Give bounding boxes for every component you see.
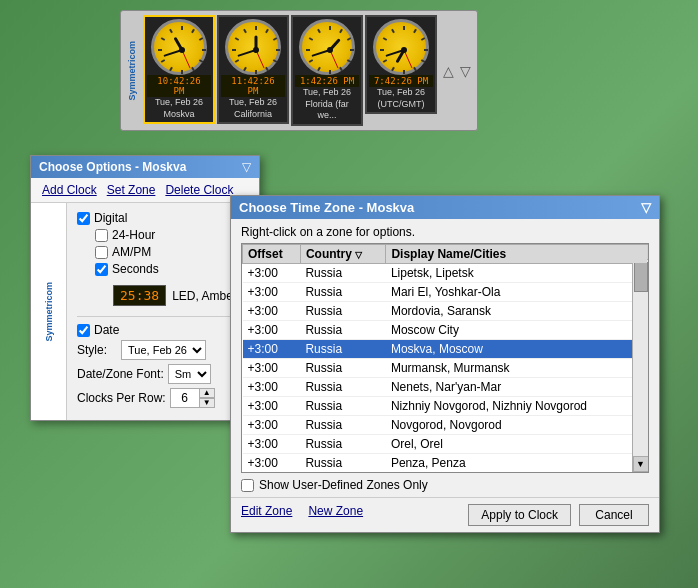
tz-scroll-thumb[interactable] <box>634 262 648 292</box>
delete-clock-menu[interactable]: Delete Clock <box>162 182 236 198</box>
cell-display: Orel, Orel <box>386 435 648 454</box>
svg-line-5 <box>192 67 194 70</box>
cell-country: Russia <box>300 321 385 340</box>
spinbox-buttons: ▲ ▼ <box>199 388 215 408</box>
rows-input[interactable] <box>171 391 199 405</box>
font-row: Date/Zone Font: Sm <box>77 364 249 384</box>
edit-zone-link[interactable]: Edit Zone <box>241 504 292 526</box>
cell-country: Russia <box>300 283 385 302</box>
cell-display: Nenets, Nar'yan-Mar <box>386 378 648 397</box>
rows-increment[interactable]: ▲ <box>199 388 215 398</box>
table-row[interactable]: +3:00 Russia Moskva, Moscow <box>243 340 648 359</box>
tz-scroll-down-button[interactable]: ▼ <box>633 456 649 472</box>
cell-offset: +3:00 <box>243 321 301 340</box>
svg-line-52 <box>421 60 424 62</box>
table-row[interactable]: +3:00 Russia Nenets, Nar'yan-Mar <box>243 378 648 397</box>
rows-decrement[interactable]: ▼ <box>199 398 215 408</box>
tz-table-body: +3:00 Russia Lipetsk, Lipetsk +3:00 Russ… <box>243 264 648 473</box>
cell-offset: +3:00 <box>243 435 301 454</box>
new-zone-link[interactable]: New Zone <box>308 504 363 526</box>
user-zones-label: Show User-Defined Zones Only <box>259 478 428 492</box>
clock-item-0[interactable]: 10:42:26 PM Tue, Feb 26Moskva <box>143 15 215 124</box>
svg-line-26 <box>235 38 238 40</box>
clock-info-1: Tue, Feb 26California <box>229 97 277 120</box>
svg-line-24 <box>235 60 238 62</box>
svg-line-11 <box>170 29 172 32</box>
options-titlebar: Choose Options - Moskva ▽ <box>31 156 259 178</box>
svg-line-17 <box>266 29 268 32</box>
svg-line-55 <box>392 67 394 70</box>
style-row: Style: Tue, Feb 26 <box>77 340 249 360</box>
table-row[interactable]: +3:00 Russia Orel, Orel <box>243 435 648 454</box>
clock-item-1[interactable]: 11:42:26 PM Tue, Feb 26California <box>217 15 289 124</box>
table-row[interactable]: +3:00 Russia Nizhniy Novgorod, Nizhniy N… <box>243 397 648 416</box>
cell-offset: +3:00 <box>243 340 301 359</box>
led-display: 25:38 <box>113 285 166 306</box>
ampm-checkbox[interactable] <box>95 246 108 259</box>
strip-scroll-up[interactable]: △ <box>443 63 454 79</box>
cell-display: Penza, Penza <box>386 454 648 473</box>
tz-titlebar: Choose Time Zone - Moskva ▽ <box>231 196 659 219</box>
svg-line-1 <box>192 29 194 32</box>
svg-line-20 <box>273 60 276 62</box>
cell-offset: +3:00 <box>243 378 301 397</box>
date-checkbox[interactable] <box>77 324 90 337</box>
font-label: Date/Zone Font: <box>77 367 164 381</box>
tz-footer: Edit Zone New Zone Apply to Clock Cancel <box>231 497 659 532</box>
clock-face-1 <box>225 19 281 75</box>
col-country[interactable]: Country ▽ <box>300 245 385 264</box>
user-zones-row: Show User-Defined Zones Only <box>231 473 659 497</box>
style-dropdown[interactable]: Tue, Feb 26 <box>121 340 206 360</box>
table-row[interactable]: +3:00 Russia Novgorod, Novgorod <box>243 416 648 435</box>
tz-close-icon[interactable]: ▽ <box>641 200 651 215</box>
rows-spinbox[interactable]: ▲ ▼ <box>170 388 215 408</box>
cell-display: Novgorod, Novgorod <box>386 416 648 435</box>
table-row[interactable]: +3:00 Russia Mari El, Yoshkar-Ola <box>243 283 648 302</box>
digital-checkbox[interactable] <box>77 212 90 225</box>
svg-point-31 <box>253 47 259 53</box>
hour24-checkbox[interactable] <box>95 229 108 242</box>
country-sort-arrow: ▽ <box>355 250 362 260</box>
cell-display: Moscow City <box>386 321 648 340</box>
set-zone-menu[interactable]: Set Zone <box>104 182 159 198</box>
font-dropdown[interactable]: Sm <box>168 364 211 384</box>
clock-strip: Symmetricom 10:42:26 PM Tue, Feb 26Moskv… <box>120 10 478 131</box>
options-close-button[interactable]: ▽ <box>242 160 251 174</box>
clock-info-2: Tue, Feb 26Florida (far we... <box>295 87 359 122</box>
clock-digital-1: 11:42:26 PM <box>221 75 285 97</box>
clock-svg-3 <box>376 22 432 78</box>
cell-offset: +3:00 <box>243 302 301 321</box>
strip-scroll-down[interactable]: ▽ <box>460 63 471 79</box>
tz-header-row: Offset Country ▽ Display Name/Cities <box>243 245 648 264</box>
clock-item-3[interactable]: 7:42:26 PM Tue, Feb 26(UTC/GMT) <box>365 15 437 114</box>
tz-table-wrap: Offset Country ▽ Display Name/Cities +3:… <box>241 243 649 473</box>
col-offset[interactable]: Offset <box>243 245 301 264</box>
cell-display: Mordovia, Saransk <box>386 302 648 321</box>
clock-face-3 <box>373 19 429 75</box>
options-menu: Add Clock Set Zone Delete Clock <box>31 178 259 203</box>
cancel-button[interactable]: Cancel <box>579 504 649 526</box>
ampm-label: AM/PM <box>112 245 151 259</box>
table-row[interactable]: +3:00 Russia Mordovia, Saransk <box>243 302 648 321</box>
clock-info-3: Tue, Feb 26(UTC/GMT) <box>377 87 425 110</box>
clock-svg-0 <box>154 22 210 78</box>
table-row[interactable]: +3:00 Russia Murmansk, Murmansk <box>243 359 648 378</box>
clock-info-0: Tue, Feb 26Moskva <box>155 97 203 120</box>
svg-line-10 <box>161 38 164 40</box>
seconds-row: Seconds <box>95 262 249 276</box>
table-row[interactable]: +3:00 Russia Lipetsk, Lipetsk <box>243 264 648 283</box>
tz-table: Offset Country ▽ Display Name/Cities +3:… <box>242 244 648 473</box>
cell-display: Murmansk, Murmansk <box>386 359 648 378</box>
col-display[interactable]: Display Name/Cities <box>386 245 648 264</box>
table-row[interactable]: +3:00 Russia Penza, Penza <box>243 454 648 473</box>
clock-svg-1 <box>228 22 284 78</box>
clock-item-2[interactable]: 1:42:26 PM Tue, Feb 26Florida (far we... <box>291 15 363 126</box>
apply-to-clock-button[interactable]: Apply to Clock <box>468 504 571 526</box>
table-row[interactable]: +3:00 Russia Moscow City <box>243 321 648 340</box>
hour24-label: 24-Hour <box>112 228 155 242</box>
seconds-checkbox[interactable] <box>95 263 108 276</box>
cell-offset: +3:00 <box>243 264 301 283</box>
add-clock-menu[interactable]: Add Clock <box>39 182 100 198</box>
svg-line-2 <box>199 38 202 40</box>
user-zones-checkbox[interactable] <box>241 479 254 492</box>
